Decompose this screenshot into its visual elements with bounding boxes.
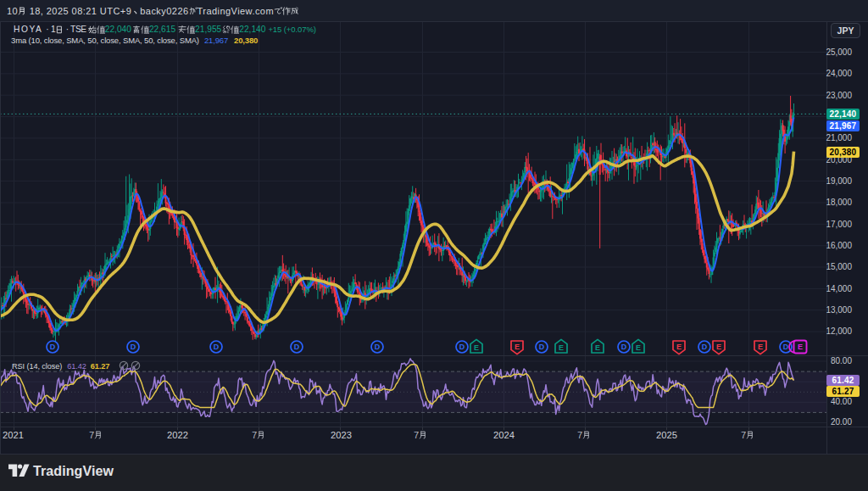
svg-text:E: E (595, 343, 600, 352)
svg-text:D: D (131, 343, 136, 351)
svg-text:E: E (716, 343, 721, 351)
svg-text:E: E (798, 343, 803, 351)
svg-text:E: E (636, 343, 641, 352)
svg-text:D: D (50, 343, 56, 351)
svg-text:E: E (676, 343, 682, 351)
svg-text:D: D (783, 343, 789, 351)
svg-text:D: D (539, 343, 545, 351)
svg-text:E: E (515, 343, 520, 351)
svg-text:D: D (294, 343, 300, 351)
svg-text:D: D (459, 343, 465, 351)
svg-text:D: D (621, 343, 627, 351)
svg-text:D: D (214, 343, 220, 351)
svg-text:E: E (758, 343, 763, 351)
svg-text:E: E (474, 343, 479, 352)
svg-text:D: D (375, 343, 381, 351)
svg-text:D: D (702, 343, 708, 351)
svg-text:E: E (559, 343, 564, 352)
